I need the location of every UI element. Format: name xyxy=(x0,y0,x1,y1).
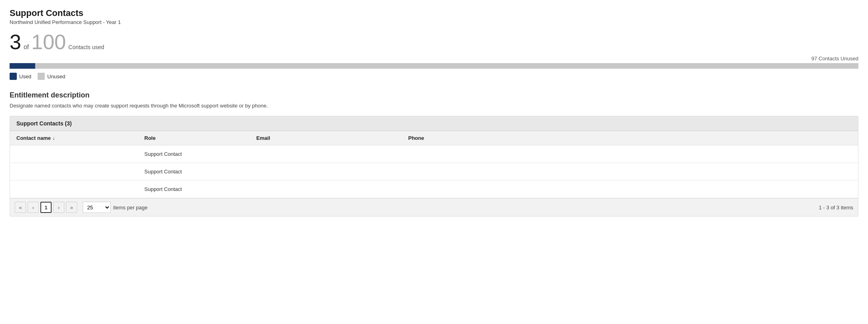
col-header-name[interactable]: Contact name ↓ xyxy=(16,135,144,141)
table-row: Support Contact xyxy=(10,163,858,181)
table-row: Support Contact xyxy=(10,181,858,198)
sort-arrow-name: ↓ xyxy=(52,135,55,141)
count-of-label: of xyxy=(24,44,29,51)
col-header-name-label: Contact name xyxy=(16,135,51,141)
cell-role-2: Support Contact xyxy=(144,169,256,175)
progress-bar-fill xyxy=(10,63,35,69)
legend-color-unused xyxy=(38,73,45,80)
unused-label: 97 Contacts Unused xyxy=(10,56,858,62)
first-page-button[interactable]: « xyxy=(15,202,26,213)
col-header-email: Email xyxy=(256,135,408,141)
col-header-phone-label: Phone xyxy=(408,135,424,141)
col-header-role-label: Role xyxy=(144,135,156,141)
col-header-role: Role xyxy=(144,135,256,141)
page-number-button[interactable]: 1 xyxy=(40,202,52,213)
per-page-selector: 25 50 100 items per page xyxy=(83,202,148,213)
page-title: Support Contacts xyxy=(10,8,858,18)
per-page-label: items per page xyxy=(113,205,148,211)
table-row: Support Contact xyxy=(10,145,858,163)
legend-item-used: Used xyxy=(10,73,31,80)
legend: Used Unused xyxy=(10,73,858,80)
legend-used-label: Used xyxy=(19,74,31,80)
legend-item-unused: Unused xyxy=(38,73,65,80)
last-page-button[interactable]: » xyxy=(66,202,77,213)
pagination-controls: « ‹ 1 › » 25 50 100 items per page xyxy=(15,202,148,213)
col-header-email-label: Email xyxy=(256,135,270,141)
page-subtitle: Northwind Unified Performance Support - … xyxy=(10,19,858,25)
per-page-select[interactable]: 25 50 100 xyxy=(83,202,111,213)
contacts-count: 3 of 100 Contacts used xyxy=(10,32,858,52)
count-used: 3 xyxy=(10,32,21,52)
table-column-headers: Contact name ↓ Role Email Phone xyxy=(10,131,858,145)
contacts-used-label: Contacts used xyxy=(68,44,104,50)
cell-role-1: Support Contact xyxy=(144,151,256,157)
pagination: « ‹ 1 › » 25 50 100 items per page 1 - 3… xyxy=(10,198,858,216)
support-contacts-table: Support Contacts (3) Contact name ↓ Role… xyxy=(10,116,858,217)
next-page-button[interactable]: › xyxy=(53,202,64,213)
prev-page-button[interactable]: ‹ xyxy=(28,202,39,213)
entitlement-description: Designate named contacts who may create … xyxy=(10,103,858,109)
legend-unused-label: Unused xyxy=(47,74,65,80)
progress-bar-container xyxy=(10,63,858,69)
cell-role-3: Support Contact xyxy=(144,186,256,192)
entitlement-title: Entitlement description xyxy=(10,91,858,99)
legend-color-used xyxy=(10,73,17,80)
count-total: 100 xyxy=(31,32,66,52)
pagination-range: 1 - 3 of 3 items xyxy=(819,205,853,211)
col-header-phone: Phone xyxy=(408,135,852,141)
table-section-header: Support Contacts (3) xyxy=(10,116,858,131)
